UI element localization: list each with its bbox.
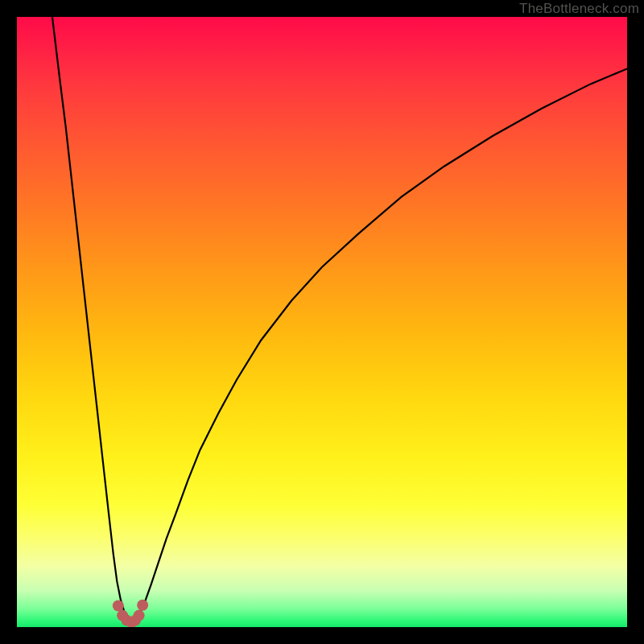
chart-frame: TheBottleneck.com (0, 0, 644, 644)
marker-dot (113, 600, 124, 611)
curve-left-arm (52, 17, 128, 616)
plot-area (17, 17, 627, 627)
curve-right-arm (136, 68, 627, 616)
marker-dot (134, 610, 145, 621)
curve-layer (17, 17, 627, 627)
watermark-text: TheBottleneck.com (519, 0, 639, 17)
marker-dot (137, 600, 148, 611)
bottom-marker-cluster (113, 600, 148, 627)
